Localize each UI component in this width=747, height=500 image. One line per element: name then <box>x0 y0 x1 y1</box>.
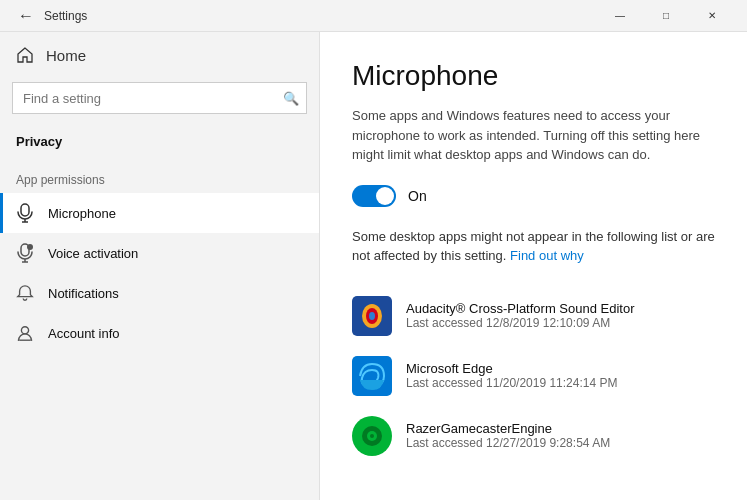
edge-icon <box>352 356 392 396</box>
edge-accessed: Last accessed 11/20/2019 11:24:14 PM <box>406 376 617 390</box>
window-controls: — □ ✕ <box>597 0 735 32</box>
maximize-button[interactable]: □ <box>643 0 689 32</box>
notification-icon <box>16 283 34 303</box>
app-item-razer: RazerGamecasterEngine Last accessed 12/2… <box>352 406 715 466</box>
desktop-apps-notice: Some desktop apps might not appear in th… <box>352 227 715 266</box>
svg-rect-0 <box>21 204 29 216</box>
search-input[interactable] <box>12 82 307 114</box>
sidebar-item-voice-activation[interactable]: Voice activation <box>0 233 319 273</box>
app-item-audacity: Audacity® Cross-Platform Sound Editor La… <box>352 286 715 346</box>
audacity-accessed: Last accessed 12/8/2019 12:10:09 AM <box>406 316 635 330</box>
audacity-name: Audacity® Cross-Platform Sound Editor <box>406 301 635 316</box>
page-title: Microphone <box>352 60 715 92</box>
app-list: Audacity® Cross-Platform Sound Editor La… <box>352 286 715 466</box>
toggle-row: On <box>352 185 715 207</box>
sidebar-item-microphone[interactable]: Microphone <box>0 193 319 233</box>
audacity-info: Audacity® Cross-Platform Sound Editor La… <box>406 301 635 330</box>
sidebar-notifications-label: Notifications <box>48 286 119 301</box>
home-icon <box>16 46 34 64</box>
razer-name: RazerGamecasterEngine <box>406 421 610 436</box>
titlebar: ← Settings — □ ✕ <box>0 0 747 32</box>
microphone-toggle[interactable] <box>352 185 396 207</box>
window-title: Settings <box>44 9 597 23</box>
back-button[interactable]: ← <box>12 2 40 30</box>
category-label: App permissions <box>0 161 319 193</box>
sidebar-microphone-label: Microphone <box>48 206 116 221</box>
razer-icon <box>352 416 392 456</box>
sidebar-item-notifications[interactable]: Notifications <box>0 273 319 313</box>
content-description: Some apps and Windows features need to a… <box>352 106 715 165</box>
razer-accessed: Last accessed 12/27/2019 9:28:54 AM <box>406 436 610 450</box>
svg-point-7 <box>21 327 28 334</box>
microphone-icon <box>16 203 34 223</box>
voice-icon <box>16 243 34 263</box>
account-icon <box>16 323 34 343</box>
svg-point-6 <box>27 244 33 250</box>
home-label: Home <box>46 47 86 64</box>
sidebar-item-account-info[interactable]: Account info <box>0 313 319 353</box>
main-container: Home 🔍 Privacy App permissions Microphon… <box>0 32 747 500</box>
toggle-state-label: On <box>408 188 427 204</box>
search-container: 🔍 <box>12 82 307 114</box>
edge-name: Microsoft Edge <box>406 361 617 376</box>
minimize-button[interactable]: — <box>597 0 643 32</box>
svg-point-14 <box>369 312 375 320</box>
content-area: Microphone Some apps and Windows feature… <box>320 32 747 500</box>
section-title: Privacy <box>0 126 319 161</box>
sidebar-voice-label: Voice activation <box>48 246 138 261</box>
close-button[interactable]: ✕ <box>689 0 735 32</box>
app-item-edge: Microsoft Edge Last accessed 11/20/2019 … <box>352 346 715 406</box>
svg-point-19 <box>370 434 374 438</box>
sidebar-account-label: Account info <box>48 326 120 341</box>
audacity-icon <box>352 296 392 336</box>
find-out-why-link[interactable]: Find out why <box>510 248 584 263</box>
sidebar-item-home[interactable]: Home <box>0 32 319 78</box>
razer-info: RazerGamecasterEngine Last accessed 12/2… <box>406 421 610 450</box>
edge-info: Microsoft Edge Last accessed 11/20/2019 … <box>406 361 617 390</box>
search-icon: 🔍 <box>283 91 299 106</box>
sidebar: Home 🔍 Privacy App permissions Microphon… <box>0 32 320 500</box>
